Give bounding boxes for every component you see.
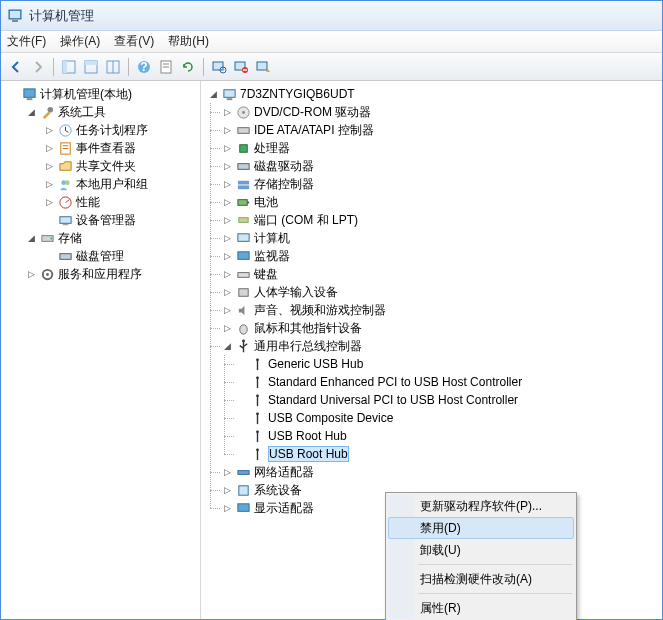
node-computer-mgmt[interactable]: 计算机管理(本地): [3, 85, 198, 103]
node-ports[interactable]: ▷端口 (COM 和 LPT): [217, 211, 660, 229]
tw-empty-icon: [233, 428, 249, 444]
arrow-right-icon: ▷: [41, 176, 57, 192]
ctx-scan[interactable]: 扫描检测硬件改动(A): [388, 568, 574, 590]
ctx-update-driver[interactable]: 更新驱动程序软件(P)...: [388, 495, 574, 517]
tw-empty-icon: [233, 374, 249, 390]
svg-point-53: [239, 324, 247, 333]
system-dev-icon: [235, 482, 251, 498]
label: 键盘: [254, 266, 278, 283]
node-task-scheduler[interactable]: ▷任务计划程序: [39, 121, 198, 139]
arrow-down-icon: ◢: [23, 230, 39, 246]
label: 监视器: [254, 248, 290, 265]
arrow-right-icon: ▷: [219, 176, 235, 192]
node-event-viewer[interactable]: ▷事件查看器: [39, 139, 198, 157]
ctx-uninstall[interactable]: 卸载(U): [388, 539, 574, 561]
label: 声音、视频和游戏控制器: [254, 302, 386, 319]
node-computers[interactable]: ▷计算机: [217, 229, 660, 247]
node-monitors[interactable]: ▷监视器: [217, 247, 660, 265]
node-dvd[interactable]: ▷DVD/CD-ROM 驱动器: [217, 103, 660, 121]
refresh-button[interactable]: [177, 56, 199, 78]
svg-point-60: [256, 448, 259, 451]
event-icon: [57, 140, 73, 156]
users-icon: [57, 176, 73, 192]
storage-icon: [39, 230, 55, 246]
node-computer[interactable]: ◢ 7D3ZNTYGIQB6UDT: [203, 85, 660, 103]
arrow-down-icon: ◢: [219, 338, 235, 354]
label: 通用串行总线控制器: [254, 338, 362, 355]
properties-button[interactable]: [155, 56, 177, 78]
menu-help[interactable]: 帮助(H): [168, 33, 209, 50]
arrow-right-icon: ▷: [219, 212, 235, 228]
node-disk-mgmt[interactable]: 磁盘管理: [39, 247, 198, 265]
uninstall-button[interactable]: [230, 56, 252, 78]
node-mouse[interactable]: ▷鼠标和其他指针设备: [217, 319, 660, 337]
label: IDE ATA/ATAPI 控制器: [254, 122, 374, 139]
svg-point-36: [46, 273, 49, 276]
menu-file[interactable]: 文件(F): [7, 33, 46, 50]
node-network[interactable]: ▷网络适配器: [217, 463, 660, 481]
hw-scan-button[interactable]: [208, 56, 230, 78]
node-system-tools[interactable]: ◢ 系统工具: [21, 103, 198, 121]
ctx-disable[interactable]: 禁用(D): [388, 517, 574, 539]
node-usb-root2[interactable]: USB Root Hub: [231, 445, 660, 463]
node-hid[interactable]: ▷人体学输入设备: [217, 283, 660, 301]
node-performance[interactable]: ▷性能: [39, 193, 198, 211]
tw-empty-icon: [233, 392, 249, 408]
pane1-button[interactable]: [58, 56, 80, 78]
node-ide[interactable]: ▷IDE ATA/ATAPI 控制器: [217, 121, 660, 139]
label: 事件查看器: [76, 140, 136, 157]
device-mgr-icon: [57, 212, 73, 228]
menu-view[interactable]: 查看(V): [114, 33, 154, 50]
node-disk-drives[interactable]: ▷磁盘驱动器: [217, 157, 660, 175]
svg-rect-42: [239, 144, 247, 152]
node-usb-generic[interactable]: Generic USB Hub: [231, 355, 660, 373]
display-icon: [235, 500, 251, 516]
node-services[interactable]: ▷服务和应用程序: [21, 265, 198, 283]
back-button[interactable]: [5, 56, 27, 78]
node-processor[interactable]: ▷处理器: [217, 139, 660, 157]
node-shared-folders[interactable]: ▷共享文件夹: [39, 157, 198, 175]
update-driver-button[interactable]: [252, 56, 274, 78]
usb-device-icon: [249, 428, 265, 444]
computer-icon: [235, 230, 251, 246]
svg-rect-1: [10, 11, 20, 18]
forward-button[interactable]: [27, 56, 49, 78]
node-usb-composite[interactable]: USB Composite Device: [231, 409, 660, 427]
network-icon: [235, 464, 251, 480]
label: 设备管理器: [76, 212, 136, 229]
svg-point-55: [256, 358, 259, 361]
arrow-right-icon: ▷: [219, 104, 235, 120]
label: USB Root Hub: [268, 429, 347, 443]
arrow-right-icon: ▷: [23, 266, 39, 282]
svg-rect-61: [237, 470, 248, 474]
node-storage-ctrl[interactable]: ▷存储控制器: [217, 175, 660, 193]
svg-rect-38: [226, 98, 232, 100]
svg-rect-44: [237, 180, 248, 184]
arrow-right-icon: ▷: [219, 284, 235, 300]
menubar: 文件(F) 操作(A) 查看(V) 帮助(H): [1, 31, 662, 53]
ctx-properties[interactable]: 属性(R): [388, 597, 574, 619]
node-battery[interactable]: ▷电池: [217, 193, 660, 211]
node-usb-enhanced[interactable]: Standard Enhanced PCI to USB Host Contro…: [231, 373, 660, 391]
svg-rect-30: [59, 216, 70, 223]
usb-device-icon: [249, 410, 265, 426]
node-usb-root1[interactable]: USB Root Hub: [231, 427, 660, 445]
node-sound[interactable]: ▷声音、视频和游戏控制器: [217, 301, 660, 319]
help-button[interactable]: ?: [133, 56, 155, 78]
menu-action[interactable]: 操作(A): [60, 33, 100, 50]
arrow-down-icon: ◢: [205, 86, 221, 102]
arrow-right-icon: ▷: [219, 266, 235, 282]
left-pane: 计算机管理(本地) ◢ 系统工具 ▷任务计划程序: [1, 81, 201, 619]
pane3-button[interactable]: [102, 56, 124, 78]
svg-point-28: [65, 180, 70, 185]
svg-point-59: [256, 430, 259, 433]
node-device-manager[interactable]: 设备管理器: [39, 211, 198, 229]
svg-point-57: [256, 394, 259, 397]
node-local-users[interactable]: ▷本地用户和组: [39, 175, 198, 193]
svg-point-54: [242, 339, 245, 342]
pane2-button[interactable]: [80, 56, 102, 78]
node-storage[interactable]: ◢ 存储: [21, 229, 198, 247]
node-keyboards[interactable]: ▷键盘: [217, 265, 660, 283]
node-usb[interactable]: ◢通用串行总线控制器: [217, 337, 660, 355]
node-usb-universal[interactable]: Standard Universal PCI to USB Host Contr…: [231, 391, 660, 409]
